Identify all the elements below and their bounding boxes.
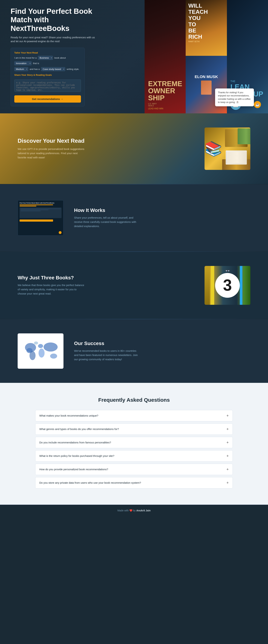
screenshot-bar-2 [19,206,36,206]
book-author-extreme: U.S. NAVYSEALS [148,103,182,107]
topic-select-wrapper[interactable]: Innovation Leadership Marketing Technolo… [14,61,31,65]
discover-title: Discover Your Next Read [18,138,194,144]
faq-plus-icon-3: + [226,454,229,458]
three-title: Why Just Three Books? [18,275,194,280]
mood-select-wrapper[interactable]: Business Fiction Self-help Science Histo… [38,56,53,60]
faq-question-5[interactable]: Do you store any private data from users… [35,477,233,488]
coffee-icon[interactable]: ☕ [254,101,261,108]
faq-plus-icon-4: + [226,467,229,472]
form-card: Tailor Your Next Read I am in the mood f… [10,48,85,106]
mood-select[interactable]: Business Fiction Self-help Science Histo… [38,56,53,60]
faq-question-text-3: What is the return policy for books purc… [39,454,114,457]
three-books-bg: 👓 3 [205,266,250,305]
length-select-wrapper[interactable]: Short Medium Long [14,67,28,71]
how-it-works-section: Find Your Perfect Book Match with NextTh… [0,184,268,252]
three-text: Why Just Three Books? We believe that th… [18,275,194,296]
hero-subtitle: Ready for your next great read? Share yo… [10,36,99,44]
how-title: How It Works [74,208,250,213]
svg-point-7 [50,354,57,359]
faq-question-0[interactable]: What makes your book recommendations uni… [35,410,233,421]
story-textarea[interactable] [14,80,81,92]
that-is-label: that is [33,62,39,65]
svg-point-4 [38,344,43,348]
svg-point-5 [39,348,45,358]
book-author-will: RAMIT SETHI [188,40,224,42]
get-recommendations-button[interactable]: Get recommendations → [14,95,81,102]
elon-portrait [201,80,212,95]
discover-desc: We use GPT-3 to provide personalized boo… [18,147,85,160]
form-row-2: Short Medium Long and has a Case study b… [14,67,81,71]
faq-plus-icon-2: + [226,440,229,445]
and-has-label: and has a [30,68,40,70]
footer-author: Anukrit Jain [136,509,150,512]
length-select[interactable]: Short Medium Long [14,67,28,71]
topic-select[interactable]: Innovation Leadership Marketing Technolo… [14,61,31,65]
faq-plus-icon-1: + [226,427,229,432]
how-desc: Share your preferences, tell us about yo… [74,216,141,228]
book-title-elon: ELON MUSK [195,74,218,79]
form-prefix: I am in the mood for a [14,56,36,59]
style-select-wrapper[interactable]: Case study based Narrative Academic Prac… [41,67,65,71]
number-3: 3 [215,273,240,298]
faq-plus-icon-5: + [226,480,229,485]
screenshot-title: Find Your Perfect Book Match with NextTh… [19,202,62,204]
three-books-section: Why Just Three Books? We believe that th… [0,252,268,319]
world-map-image [18,334,63,369]
three-image: 👓 3 [205,266,250,305]
faq-item-5: Do you store any private data from users… [35,477,233,488]
faq-item-3: What is the return policy for books purc… [35,450,233,462]
book-cover-extreme-ownership: EXTREMEOWNERSHIP U.S. NAVYSEALS LEAD AND… [144,0,186,113]
form-section-2-label: Share Your Story & Reading Goals [14,74,81,76]
faq-title: Frequently Asked Questions [35,397,233,403]
faq-question-text-4: How do you provide personalized book rec… [39,468,108,471]
book-col-1: EXTREMEOWNERSHIP U.S. NAVYSEALS LEAD AND… [144,0,186,113]
discover-image [205,128,250,170]
faq-item-1: What genres and types of books do you of… [35,424,233,435]
book-title-extreme: EXTREMEOWNERSHIP [148,80,182,101]
style-select[interactable]: Case study based Narrative Academic Prac… [41,67,65,71]
faq-question-text-2: Do you include recommendations from famo… [39,441,111,444]
faq-question-1[interactable]: What genres and types of books do you of… [35,424,233,434]
svg-point-3 [29,351,35,360]
how-text: How It Works Share your preferences, tel… [74,208,250,228]
app-screenshot: Find Your Perfect Book Match with NextTh… [18,200,63,236]
form-row-1: I am in the mood for a Business Fiction … [14,56,81,65]
faq-item-2: Do you include recommendations from famo… [35,437,233,448]
faq-question-text-1: What genres and types of books do you of… [39,428,119,430]
glasses-icon: 👓 [225,268,230,273]
hero-section: Find Your Perfect Book Match with NextTh… [0,0,268,113]
writing-style-label: writing style. [67,68,79,70]
faq-question-4[interactable]: How do you provide personalized book rec… [35,464,233,475]
faq-section: Frequently Asked Questions What makes yo… [0,383,268,505]
book-subtitle-extreme: LEAD AND WIN [148,107,182,110]
toast-notification: Thanks for visiting! If you enjoyed our … [215,88,254,106]
faq-question-2[interactable]: Do you include recommendations from famo… [35,437,233,448]
faq-question-text-0: What makes your book recommendations uni… [39,414,98,417]
faq-plus-icon-0: + [226,414,229,418]
three-desc: We believe that three books give you the… [18,283,85,296]
footer-by: by [133,509,136,512]
svg-point-8 [34,342,38,344]
success-section: Our Success We've recommended books to u… [0,319,268,383]
world-map-svg [20,336,61,366]
footer-made-with: Made with [118,509,129,512]
success-desc: We've recommended books to users in 80+ … [74,349,141,362]
success-text: Our Success We've recommended books to u… [74,341,250,362]
share-section: Share Your Story & Reading Goals [14,74,81,92]
book-cover-will-teach: WILLTEACHYOUTOBERICH RAMIT SETHI [186,0,227,56]
svg-point-6 [44,342,58,352]
heart-icon: ❤️ [130,509,133,512]
form-section-1-label: Tailor Your Next Read [14,52,81,54]
book-title-will: WILLTEACHYOUTOBERICH [188,3,224,40]
faq-item-0: What makes your book recommendations uni… [35,410,233,421]
discover-text: Discover Your Next Read We use GPT-3 to … [18,138,194,160]
faq-item-4: How do you provide personalized book rec… [35,464,233,475]
hero-content: Find Your Perfect Book Match with NextTh… [10,7,99,106]
faq-question-3[interactable]: What is the return policy for books purc… [35,450,233,462]
success-title: Our Success [74,341,250,346]
screenshot-bar-1 [19,204,53,205]
book-label-lean: THE [230,80,265,83]
discover-section: Discover Your Next Read We use GPT-3 to … [0,113,268,184]
footer: Made with ❤️ by Anukrit Jain [0,505,268,516]
hero-title: Find Your Perfect Book Match with NextTh… [10,7,99,33]
